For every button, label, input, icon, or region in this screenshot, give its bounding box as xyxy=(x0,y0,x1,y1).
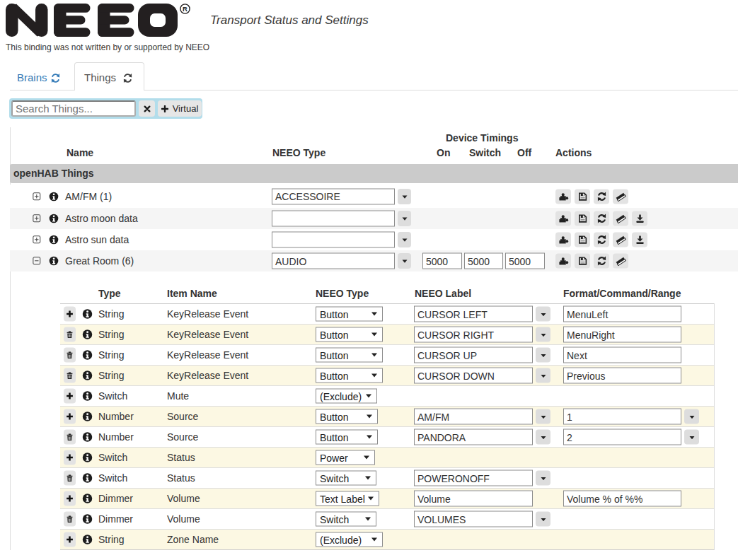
svg-text:R: R xyxy=(183,5,188,13)
